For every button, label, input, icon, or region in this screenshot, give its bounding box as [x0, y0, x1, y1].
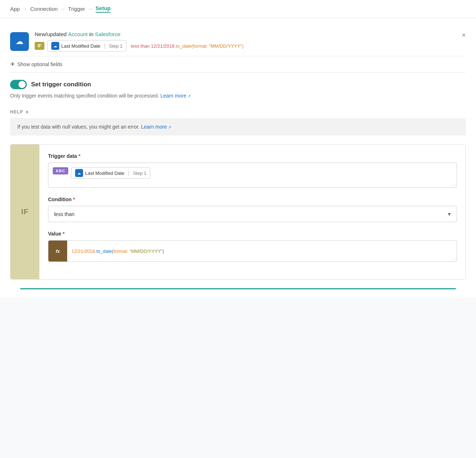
nav-connection[interactable]: Connection: [30, 6, 58, 12]
trigger-condition-title: Set trigger condition: [31, 81, 91, 88]
nav-arrow-2: →: [61, 6, 65, 12]
trigger-data-step-pill[interactable]: ☁ Last Modified Date | Step 1: [71, 167, 151, 179]
step-pill[interactable]: ☁ Last Modified Date | Step 1: [47, 40, 127, 52]
account-link[interactable]: Account: [68, 31, 88, 37]
cloud-icon: ☁: [16, 37, 23, 46]
if-badge: IF: [35, 42, 44, 50]
condition-label: Condition *: [48, 196, 457, 202]
value-param-key: format:: [113, 249, 129, 254]
step-logo-trigger-data: ☁: [75, 169, 83, 177]
main-content: ☁ New/updated Account in Salesforce IF ☁…: [0, 18, 476, 298]
nav-trigger[interactable]: Trigger: [68, 6, 85, 12]
value-date: 12/21/2018: [72, 249, 95, 254]
condition-func: .to_date(format: "MM/DD/YYYY"): [174, 43, 243, 49]
condition-value: less than: [54, 211, 74, 217]
trigger-title: New/updated Account in Salesforce: [35, 31, 466, 37]
nav-arrow-1: →: [23, 6, 27, 12]
td-field-name: Last Modified Date: [85, 170, 124, 176]
trigger-row: ☁ New/updated Account in Salesforce IF ☁…: [10, 25, 466, 56]
value-content: 12/21/2018.to_date(format: "MM/DD/YYYY"): [67, 241, 456, 262]
title-prefix: New/updated: [35, 31, 66, 37]
value-param-val: "MM/DD/YYYY": [129, 249, 163, 254]
value-field[interactable]: fx 12/21/2018.to_date(format: "MM/DD/YYY…: [48, 240, 457, 262]
condition-dropdown[interactable]: less than ▾: [48, 206, 457, 222]
condition-label-text: Condition: [48, 196, 72, 202]
cloud-icon-td: ☁: [77, 171, 81, 175]
help-learn-more[interactable]: Learn more: [141, 124, 171, 130]
value-text: 12/21/2018.to_date(format: "MM/DD/YYYY"): [72, 249, 164, 254]
condition-text: less than 12/21/2018.to_date(format: "MM…: [131, 43, 243, 49]
if-form-body: Trigger data * ABC ☁ Last Modified Date …: [39, 144, 466, 279]
fx-badge: fx: [48, 241, 67, 262]
step-divider: |: [104, 43, 105, 49]
value-close: ): [163, 249, 164, 254]
breadcrumb: App → Connection → Trigger → Setup: [0, 0, 476, 18]
if-sidebar: IF: [10, 144, 39, 279]
toggle-row: Set trigger condition: [10, 80, 466, 89]
trigger-condition-desc: Only trigger events matching specified c…: [10, 93, 466, 99]
nav-app[interactable]: App: [10, 6, 20, 12]
required-star-2: *: [73, 196, 75, 202]
abc-badge: ABC: [53, 167, 68, 174]
required-star-1: *: [78, 153, 80, 159]
help-section: HELP ∧ If you test data with null values…: [10, 109, 466, 135]
condition-group: Condition * less than ▾: [48, 196, 457, 222]
salesforce-logo: ☁: [10, 32, 29, 51]
help-toggle[interactable]: HELP ∧: [10, 109, 466, 114]
nav-arrow-3: →: [88, 6, 93, 12]
fx-label: fx: [56, 249, 60, 254]
value-label-text: Value: [48, 231, 61, 237]
cloud-icon-small: ☁: [53, 44, 57, 48]
dropdown-arrow-icon: ▾: [448, 211, 451, 217]
step-field-name: Last Modified Date: [61, 43, 100, 49]
title-preposition: in: [89, 31, 94, 37]
optional-fields-row[interactable]: 👁 Show optional fields: [10, 56, 466, 73]
td-step-number: Step 1: [133, 170, 147, 176]
trigger-data-label: Trigger data *: [48, 153, 457, 159]
resize-handle-2: ⌟: [453, 255, 455, 260]
step-number: Step 1: [109, 43, 123, 49]
trigger-condition-section: Set trigger condition Only trigger event…: [10, 73, 466, 102]
trigger-condition-learn-more[interactable]: Learn more: [160, 93, 191, 99]
required-star-3: *: [63, 231, 65, 237]
eye-icon: 👁: [10, 61, 15, 67]
nav-setup[interactable]: Setup: [96, 5, 111, 13]
bottom-bar: [20, 288, 456, 290]
chevron-up-icon: ∧: [25, 109, 29, 114]
resize-handle-1: ⌟: [453, 181, 455, 186]
if-form-container: IF Trigger data * ABC ☁ Last Modified Da…: [10, 144, 466, 280]
condition-text-part: less than 12/21/2018: [131, 43, 174, 49]
if-sidebar-label: IF: [21, 208, 29, 216]
value-func: .to_date(: [95, 249, 113, 254]
sf-link[interactable]: Salesforce: [95, 31, 121, 37]
trigger-data-field[interactable]: ABC ☁ Last Modified Date | Step 1 ⌟: [48, 163, 457, 188]
value-group: Value * fx 12/21/2018.to_date(format: "M…: [48, 231, 457, 262]
trigger-desc-text: Only trigger events matching specified c…: [10, 93, 159, 99]
trigger-condition-row: IF ☁ Last Modified Date | Step 1 less th…: [35, 40, 466, 52]
td-step-divider: |: [128, 170, 129, 176]
help-content: If you test data with null values, you m…: [10, 118, 466, 135]
trigger-data-group: Trigger data * ABC ☁ Last Modified Date …: [48, 153, 457, 188]
trigger-condition-toggle[interactable]: [10, 80, 27, 89]
help-label: HELP: [10, 109, 23, 114]
step-logo-small: ☁: [51, 42, 59, 50]
trigger-data-label-text: Trigger data: [48, 153, 77, 159]
optional-fields-label: Show optional fields: [17, 61, 62, 67]
close-button[interactable]: ×: [462, 31, 466, 39]
trigger-info: New/updated Account in Salesforce IF ☁ L…: [35, 31, 466, 52]
help-text: If you test data with null values, you m…: [17, 124, 140, 130]
value-label: Value *: [48, 231, 457, 237]
